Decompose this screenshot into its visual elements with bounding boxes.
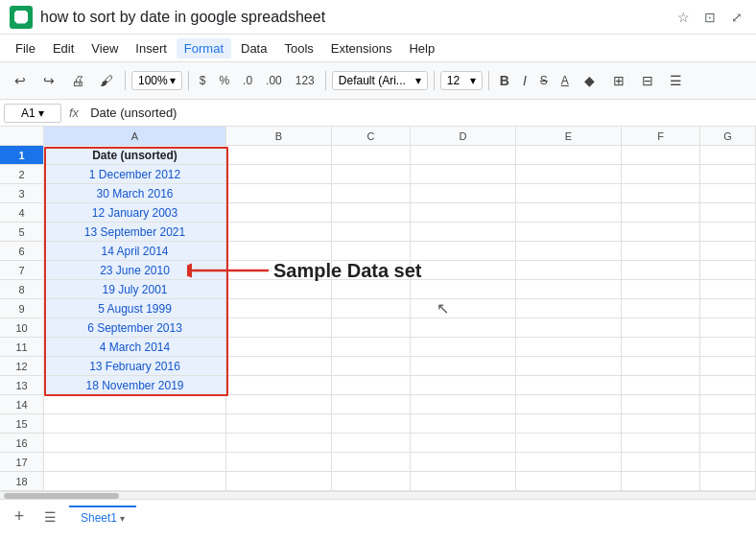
cell-a18[interactable] xyxy=(44,472,226,490)
cell-f12[interactable] xyxy=(622,357,700,375)
cell-d3[interactable] xyxy=(411,184,516,202)
cell-c15[interactable] xyxy=(332,414,411,433)
cell-a5[interactable]: 13 September 2021 xyxy=(44,223,226,241)
row-num-7[interactable]: 7 xyxy=(0,261,44,279)
cell-f14[interactable] xyxy=(622,395,700,413)
col-header-c[interactable]: C xyxy=(332,127,411,145)
cell-c10[interactable] xyxy=(332,318,411,337)
add-sheet-button[interactable]: + xyxy=(8,506,31,529)
horizontal-scrollbar[interactable] xyxy=(0,491,756,499)
menu-edit[interactable]: Edit xyxy=(45,38,82,59)
row-num-5[interactable]: 5 xyxy=(0,223,44,241)
star-icon[interactable]: ☆ xyxy=(673,8,693,27)
fill-color-button[interactable]: ◆ xyxy=(578,68,602,93)
decimal-less-button[interactable]: .0 xyxy=(238,72,257,89)
cell-b3[interactable] xyxy=(226,184,332,202)
cell-e18[interactable] xyxy=(516,472,622,490)
cell-c13[interactable] xyxy=(332,376,411,394)
cell-d15[interactable] xyxy=(411,414,516,433)
cell-b4[interactable] xyxy=(226,203,332,222)
cell-e16[interactable] xyxy=(516,434,622,452)
cell-c5[interactable] xyxy=(332,223,411,241)
align-button[interactable]: ☰ xyxy=(664,68,689,93)
cell-b16[interactable] xyxy=(226,434,332,452)
font-selector[interactable]: Default (Ari... ▾ xyxy=(332,71,428,90)
cell-g1[interactable] xyxy=(700,146,756,164)
cell-g5[interactable] xyxy=(700,223,756,241)
cell-c18[interactable] xyxy=(332,472,411,490)
cell-e17[interactable] xyxy=(516,453,622,471)
cell-a3[interactable]: 30 March 2016 xyxy=(44,184,226,202)
cell-a4[interactable]: 12 January 2003 xyxy=(44,203,226,222)
font-size-selector[interactable]: 12 ▾ xyxy=(440,71,483,90)
cell-e8[interactable] xyxy=(516,280,622,298)
strikethrough-button[interactable]: S xyxy=(535,72,553,89)
row-num-4[interactable]: 4 xyxy=(0,203,44,222)
sheet-tab-1[interactable]: Sheet1 ▾ xyxy=(69,506,136,529)
print-button[interactable]: 🖨 xyxy=(65,68,90,93)
cell-b5[interactable] xyxy=(226,223,332,241)
cell-f6[interactable] xyxy=(622,242,700,260)
cell-b1[interactable] xyxy=(226,146,332,164)
col-header-a[interactable]: A xyxy=(44,127,226,145)
cell-c4[interactable] xyxy=(332,203,411,222)
percent-button[interactable]: % xyxy=(214,72,234,89)
cell-d13[interactable] xyxy=(411,376,516,394)
cell-c3[interactable] xyxy=(332,184,411,202)
menu-format[interactable]: Format xyxy=(177,38,231,59)
cell-g3[interactable] xyxy=(700,184,756,202)
row-num-8[interactable]: 8 xyxy=(0,280,44,298)
row-num-10[interactable]: 10 xyxy=(0,318,44,337)
cell-d14[interactable] xyxy=(411,395,516,413)
cell-g7[interactable] xyxy=(700,261,756,279)
cell-f2[interactable] xyxy=(622,165,700,183)
scroll-thumb[interactable] xyxy=(4,493,119,499)
row-num-11[interactable]: 11 xyxy=(0,338,44,356)
cell-d16[interactable] xyxy=(411,434,516,452)
cell-b11[interactable] xyxy=(226,338,332,356)
cell-c17[interactable] xyxy=(332,453,411,471)
cell-d2[interactable] xyxy=(411,165,516,183)
cell-e6[interactable] xyxy=(516,242,622,260)
cell-d9[interactable] xyxy=(411,299,516,318)
cell-g4[interactable] xyxy=(700,203,756,222)
cell-b8[interactable] xyxy=(226,280,332,298)
cell-reference[interactable]: A1 ▾ xyxy=(4,104,61,123)
cell-g14[interactable] xyxy=(700,395,756,413)
cell-a13[interactable]: 18 November 2019 xyxy=(44,376,226,394)
col-header-b[interactable]: B xyxy=(226,127,332,145)
cell-g18[interactable] xyxy=(700,472,756,490)
cell-d10[interactable] xyxy=(411,318,516,337)
cell-a17[interactable] xyxy=(44,453,226,471)
menu-file[interactable]: File xyxy=(8,38,43,59)
cell-f18[interactable] xyxy=(622,472,700,490)
cell-d11[interactable] xyxy=(411,338,516,356)
cell-g2[interactable] xyxy=(700,165,756,183)
cell-g17[interactable] xyxy=(700,453,756,471)
cell-f15[interactable] xyxy=(622,414,700,433)
cell-g15[interactable] xyxy=(700,414,756,433)
cell-d1[interactable] xyxy=(411,146,516,164)
cell-b2[interactable] xyxy=(226,165,332,183)
row-num-18[interactable]: 18 xyxy=(0,472,44,490)
cell-b9[interactable] xyxy=(226,299,332,318)
row-num-15[interactable]: 15 xyxy=(0,414,44,433)
cell-a8[interactable]: 19 July 2001 xyxy=(44,280,226,298)
sheets-menu-button[interactable]: ☰ xyxy=(38,506,61,529)
row-num-1[interactable]: 1 xyxy=(0,146,44,164)
cell-f9[interactable] xyxy=(622,299,700,318)
cell-f3[interactable] xyxy=(622,184,700,202)
cell-b14[interactable] xyxy=(226,395,332,413)
row-num-16[interactable]: 16 xyxy=(0,434,44,452)
col-header-f[interactable]: F xyxy=(622,127,700,145)
cell-a2[interactable]: 1 December 2012 xyxy=(44,165,226,183)
decimal-more-button[interactable]: .00 xyxy=(261,72,287,89)
cell-a12[interactable]: 13 February 2016 xyxy=(44,357,226,375)
cell-e4[interactable] xyxy=(516,203,622,222)
cell-c2[interactable] xyxy=(332,165,411,183)
cell-d8[interactable] xyxy=(411,280,516,298)
cell-f7[interactable] xyxy=(622,261,700,279)
menu-help[interactable]: Help xyxy=(401,38,442,59)
cell-a6[interactable]: 14 April 2014 xyxy=(44,242,226,260)
cell-d12[interactable] xyxy=(411,357,516,375)
